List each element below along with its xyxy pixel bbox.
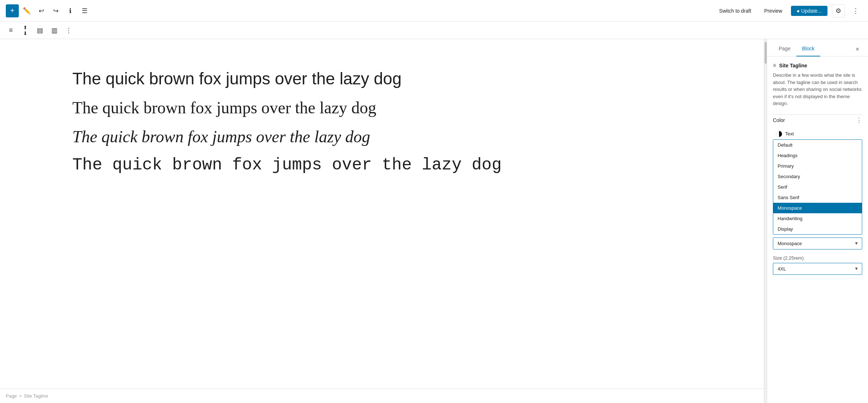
settings-button[interactable]: ⚙ bbox=[832, 4, 845, 17]
editor-content: The quick brown fox jumps over the lazy … bbox=[0, 39, 764, 389]
align-left-icon: ▤ bbox=[37, 26, 43, 34]
size-select-wrapper: 4XL 3XL 2XL XL Large Medium Small ▼ bbox=[773, 263, 862, 275]
move-up-down-button[interactable]: ⬆⬇ bbox=[19, 24, 32, 37]
redo-icon: ↪ bbox=[53, 7, 59, 15]
font-option-display[interactable]: Display bbox=[773, 224, 862, 234]
add-block-button[interactable]: + bbox=[6, 4, 19, 17]
text-line-serif[interactable]: The quick brown fox jumps over the lazy … bbox=[72, 97, 692, 119]
update-button[interactable]: ● Update... bbox=[791, 6, 827, 16]
info-button[interactable]: ℹ bbox=[64, 4, 77, 17]
tab-group: Page Block bbox=[773, 41, 820, 56]
redo-button[interactable]: ↪ bbox=[49, 4, 62, 17]
plus-icon: + bbox=[10, 7, 14, 15]
font-select-wrapper: Monospace Default Headings Handwriting D… bbox=[773, 238, 862, 249]
second-toolbar: ≡ ⬆⬇ ▤ ▥ ⋮ bbox=[0, 22, 868, 39]
block-more-button[interactable]: ⋮ bbox=[62, 24, 75, 37]
font-option-handwriting[interactable]: Handwriting bbox=[773, 213, 862, 224]
block-description: Describe in a few words what the site is… bbox=[773, 72, 862, 107]
divider bbox=[773, 114, 862, 115]
list-icon: ☰ bbox=[82, 7, 88, 15]
pen-icon: ✏️ bbox=[23, 7, 31, 15]
text-color-label: Text bbox=[785, 131, 794, 137]
close-panel-button[interactable]: × bbox=[852, 43, 862, 56]
color-section-title: Color bbox=[773, 117, 785, 123]
block-header: ≡ Site Tagline bbox=[773, 62, 862, 69]
toolbar-right: Switch to draft Preview ● Update... ⚙ ⋮ bbox=[715, 4, 862, 17]
list-view-button[interactable]: ☰ bbox=[78, 4, 91, 17]
font-option-serif[interactable]: Serif bbox=[773, 182, 862, 192]
tab-block[interactable]: Block bbox=[796, 41, 820, 56]
preview-button[interactable]: Preview bbox=[760, 6, 787, 16]
editor-area: The quick brown fox jumps over the lazy … bbox=[0, 39, 764, 403]
size-select[interactable]: 4XL 3XL 2XL XL Large Medium Small bbox=[773, 263, 862, 275]
color-section-header: Color ⋮ bbox=[773, 116, 862, 124]
font-dropdown-list: Default Headings Primary Secondary Serif… bbox=[773, 139, 862, 235]
text-line-mono[interactable]: The quick brown fox jumps over the lazy … bbox=[72, 155, 692, 176]
up-down-icon: ⬆⬇ bbox=[23, 25, 27, 36]
scroll-thumb[interactable] bbox=[765, 42, 767, 64]
kebab-icon: ⋮ bbox=[65, 26, 72, 34]
info-icon: ℹ bbox=[69, 7, 72, 15]
breadcrumb-separator: > bbox=[19, 393, 22, 399]
text-line-italic[interactable]: The quick brown fox jumps over the lazy … bbox=[72, 126, 692, 148]
gear-icon: ⚙ bbox=[835, 7, 841, 15]
undo-button[interactable]: ↩ bbox=[35, 4, 48, 17]
font-option-default[interactable]: Default bbox=[773, 140, 862, 150]
breadcrumb-page[interactable]: Page bbox=[6, 393, 17, 399]
right-panel: Page Block × ≡ Site Tagline Describe in … bbox=[767, 39, 868, 403]
more-options-button[interactable]: ⋮ bbox=[849, 4, 862, 17]
color-more-button[interactable]: ⋮ bbox=[856, 116, 862, 124]
main-area: The quick brown fox jumps over the lazy … bbox=[0, 39, 868, 403]
font-select[interactable]: Monospace Default Headings Handwriting D… bbox=[773, 238, 862, 249]
scroll-divider bbox=[764, 39, 767, 403]
block-title: Site Tagline bbox=[779, 63, 807, 68]
block-icon: ≡ bbox=[773, 62, 776, 69]
top-toolbar: + ✏️ ↩ ↪ ℹ ☰ Switch to draft Preview ● U… bbox=[0, 0, 868, 22]
breadcrumb: Page > Site Tagline bbox=[0, 389, 764, 403]
pen-tool-button[interactable]: ✏️ bbox=[20, 4, 33, 17]
breadcrumb-current: Site Tagline bbox=[24, 393, 48, 399]
panel-body: ≡ Site Tagline Describe in a few words w… bbox=[767, 56, 868, 403]
font-option-headings[interactable]: Headings bbox=[773, 150, 862, 161]
toolbar-left: + ✏️ ↩ ↪ ℹ ☰ bbox=[6, 4, 91, 17]
align-center-icon: ▥ bbox=[51, 26, 58, 34]
switch-to-draft-button[interactable]: Switch to draft bbox=[715, 6, 756, 16]
block-align-left-button[interactable]: ▤ bbox=[33, 24, 46, 37]
size-label: Size (2.25rem) bbox=[773, 255, 862, 261]
font-option-monospace[interactable]: Monospace bbox=[773, 203, 862, 213]
align-icon: ≡ bbox=[9, 26, 13, 34]
text-line-sans[interactable]: The quick brown fox jumps over the lazy … bbox=[72, 68, 692, 90]
more-icon: ⋮ bbox=[852, 7, 859, 15]
panel-tabs: Page Block × bbox=[767, 39, 868, 56]
undo-icon: ↩ bbox=[39, 7, 44, 15]
tab-page[interactable]: Page bbox=[773, 41, 796, 56]
font-option-primary[interactable]: Primary bbox=[773, 161, 862, 171]
text-color-row: Text bbox=[773, 129, 862, 139]
font-option-sans-serif[interactable]: Sans Serif bbox=[773, 192, 862, 203]
text-color-circle bbox=[776, 131, 782, 137]
block-align-center-button[interactable]: ▥ bbox=[48, 24, 61, 37]
align-button[interactable]: ≡ bbox=[4, 24, 17, 37]
font-option-secondary[interactable]: Secondary bbox=[773, 171, 862, 182]
